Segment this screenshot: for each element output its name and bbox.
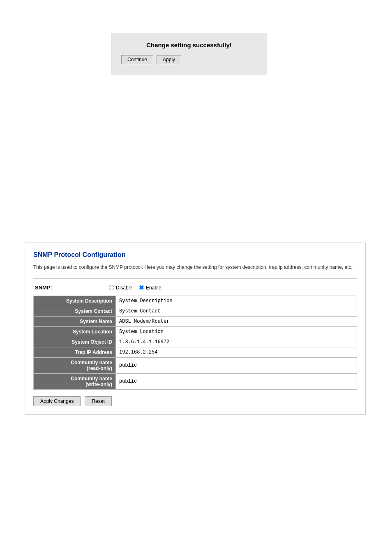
- bottom-line: [25, 489, 366, 489]
- field-label: System Contact: [34, 306, 116, 317]
- snmp-toggle-row: SNMP: Disable Enable: [33, 284, 357, 291]
- field-input-2[interactable]: [116, 317, 357, 326]
- snmp-panel: SNMP Protocol Configuration This page is…: [25, 243, 366, 415]
- field-label: Community name(read-only): [34, 358, 116, 374]
- field-label: System Location: [34, 327, 116, 337]
- success-message: Change setting successfully!: [121, 42, 257, 49]
- snmp-radio-group: Disable Enable: [109, 285, 161, 291]
- field-input-4[interactable]: [116, 337, 357, 347]
- enable-label: Enable: [146, 285, 161, 291]
- table-row: System Contact: [34, 306, 357, 317]
- field-input-3[interactable]: [116, 327, 357, 337]
- field-input-5[interactable]: [116, 347, 357, 357]
- apply-changes-button[interactable]: Apply Changes: [33, 396, 81, 406]
- table-row: Trap IP Address: [34, 347, 357, 358]
- snmp-title: SNMP Protocol Configuration: [33, 251, 357, 259]
- snmp-enable-option[interactable]: Enable: [139, 285, 161, 291]
- table-row: System Object ID: [34, 337, 357, 347]
- reset-button[interactable]: Reset: [85, 396, 111, 406]
- field-label: System Name: [34, 317, 116, 327]
- snmp-description: This page is used to configure the SNMP …: [33, 264, 357, 271]
- apply-button[interactable]: Apply: [157, 55, 181, 64]
- continue-button[interactable]: Continue: [121, 55, 153, 64]
- field-input-1[interactable]: [116, 306, 357, 316]
- field-label: System Object ID: [34, 337, 116, 347]
- field-label: System Description: [34, 296, 116, 306]
- field-label: Community name(write-only): [34, 374, 116, 390]
- table-row: System Name: [34, 317, 357, 327]
- disable-label: Disable: [116, 285, 132, 291]
- config-table: System DescriptionSystem ContactSystem N…: [33, 296, 357, 390]
- snmp-disable-radio[interactable]: [109, 285, 114, 290]
- snmp-disable-option[interactable]: Disable: [109, 285, 132, 291]
- field-input-0[interactable]: [116, 296, 357, 306]
- success-dialog: Change setting successfully! Continue Ap…: [111, 33, 267, 74]
- snmp-toggle-label: SNMP:: [35, 284, 109, 291]
- table-row: System Description: [34, 296, 357, 306]
- snmp-enable-radio[interactable]: [139, 285, 144, 290]
- table-row: Community name(write-only): [34, 374, 357, 390]
- bottom-buttons: Apply Changes Reset: [33, 396, 357, 406]
- table-row: Community name(read-only): [34, 358, 357, 374]
- field-input-6[interactable]: [116, 361, 357, 370]
- divider: [33, 278, 357, 279]
- field-input-7[interactable]: [116, 377, 357, 386]
- table-row: System Location: [34, 327, 357, 337]
- field-label: Trap IP Address: [34, 347, 116, 358]
